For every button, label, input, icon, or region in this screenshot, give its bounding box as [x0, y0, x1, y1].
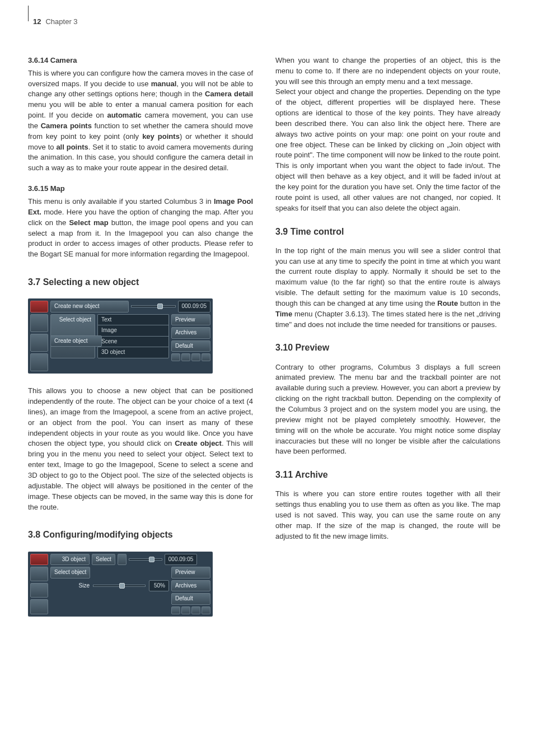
chapter-label: Chapter 3	[45, 17, 77, 27]
tool-icon[interactable]	[30, 353, 48, 371]
tool-icon[interactable]	[30, 554, 48, 566]
default-button[interactable]: Default	[171, 593, 210, 605]
heading-map: 3.6.15 Map	[28, 184, 253, 194]
para-map: This menu is only available if you start…	[28, 197, 253, 260]
size-value: 50%	[149, 580, 169, 592]
option-scene[interactable]: Scene	[97, 336, 169, 347]
ui-create-new-object: Create new object 000.09:05 Select objec…	[28, 298, 213, 374]
option-3d-object[interactable]: 3D object	[97, 347, 169, 358]
info-icon[interactable]	[171, 606, 180, 614]
preview-button[interactable]: Preview	[171, 314, 210, 326]
heading-configuring-objects: 3.8 Configuring/modifying objects	[28, 528, 253, 541]
archives-button[interactable]: Archives	[171, 327, 210, 339]
info-icon[interactable]	[171, 353, 180, 361]
para-camera: This is where you can configure how the …	[28, 68, 253, 174]
page-header: 12 Chapter 3	[28, 17, 500, 27]
exit-icon[interactable]	[202, 606, 210, 614]
para-intro2: Select your object and change the proper…	[275, 87, 500, 213]
para-preview: Contrary to other programs, Columbus 3 d…	[275, 362, 500, 458]
header-tick	[28, 6, 29, 21]
heading-selecting-object: 3.7 Selecting a new object	[28, 276, 253, 288]
screen-icon[interactable]	[181, 606, 190, 614]
toolbar-icons	[171, 606, 210, 614]
create-new-object-button[interactable]: Create new object	[50, 301, 129, 312]
left-column: 3.6.14 Camera This is where you can conf…	[28, 55, 253, 629]
tool-icon[interactable]	[30, 334, 48, 352]
ui-configure-objects: 3D object Select 000.09:05 Select object	[28, 552, 213, 617]
select-button[interactable]: Select	[92, 554, 115, 566]
preview-button[interactable]: Preview	[171, 567, 210, 578]
heading-preview: 3.10 Preview	[275, 341, 500, 354]
create-object-button[interactable]: Create object	[50, 335, 102, 347]
heading-camera: 3.6.14 Camera	[28, 55, 253, 66]
exit-icon[interactable]	[202, 353, 210, 361]
toolbar-icons	[171, 353, 210, 361]
size-label: Size	[50, 582, 90, 590]
default-button[interactable]: Default	[171, 340, 210, 352]
option-image[interactable]: Image	[97, 325, 169, 336]
screen-icon[interactable]	[181, 353, 190, 361]
tool-icon[interactable]	[30, 599, 48, 614]
time-field: 000.09:05	[178, 301, 211, 312]
page-number: 12	[33, 17, 41, 27]
tool-icon[interactable]	[30, 314, 48, 332]
para-archive: This is where you can store entire route…	[275, 489, 500, 542]
tool-icon[interactable]	[30, 583, 48, 598]
swatch-icon[interactable]	[118, 554, 127, 566]
time-field: 000.09:05	[165, 554, 198, 566]
para-intro1: When you want to change the properties o…	[275, 55, 500, 87]
heading-archive: 3.11 Archive	[275, 468, 500, 481]
heading-time-control: 3.9 Time control	[275, 225, 500, 238]
tool-icon[interactable]	[30, 567, 48, 581]
play-icon[interactable]	[191, 606, 200, 614]
archives-button[interactable]: Archives	[171, 580, 210, 592]
option-text[interactable]: Text	[97, 314, 169, 325]
3d-object-label: 3D object	[50, 554, 90, 566]
two-column-layout: 3.6.14 Camera This is where you can conf…	[28, 55, 500, 629]
right-column: When you want to change the properties o…	[275, 55, 500, 629]
play-icon[interactable]	[191, 353, 200, 361]
para-selecting-object: This allows you to choose a new object t…	[28, 386, 253, 512]
tool-icon[interactable]	[30, 301, 48, 312]
para-time-control: In the top right of the main menus you w…	[275, 246, 500, 330]
select-object-button[interactable]: Select object	[50, 567, 90, 578]
